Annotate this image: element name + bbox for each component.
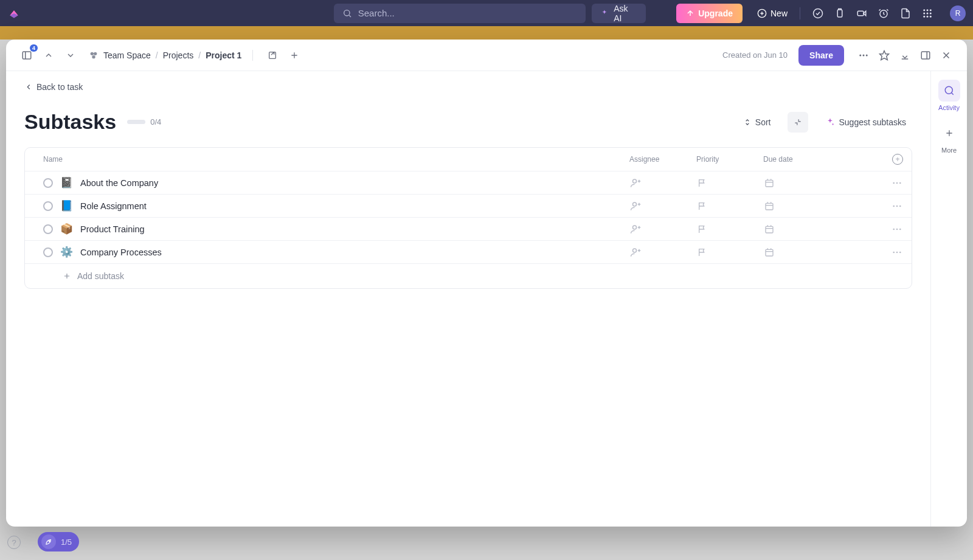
favorite-button[interactable] [876,47,893,64]
back-label: Back to task [36,82,83,92]
nav-next-button[interactable] [62,47,79,64]
task-emoji: 📦 [60,223,73,235]
minimize-button[interactable] [896,47,913,64]
priority-button[interactable] [696,246,708,258]
svg-point-74 [893,251,895,253]
col-assignee: Assignee [629,155,696,164]
modal-header: 4 Team Space / Projects / Project 1 Crea… [6,40,967,71]
due-date-button[interactable] [763,177,775,189]
col-name: Name [43,155,629,164]
svg-point-57 [633,226,637,229]
task-emoji: ⚙️ [60,246,73,258]
status-circle-icon[interactable] [43,201,53,211]
svg-point-75 [896,251,898,253]
subtasks-table: Name Assignee Priority Due date + 📓 Abou… [24,147,912,289]
table-row[interactable]: 📓 About the Company [25,171,912,194]
svg-point-23 [92,55,95,58]
assign-button[interactable] [629,223,642,235]
share-button[interactable]: Share [798,45,844,66]
svg-point-54 [893,205,895,207]
close-button[interactable] [938,47,955,64]
upgrade-icon [686,9,694,18]
svg-marker-31 [880,50,889,60]
add-column-button[interactable]: + [867,154,903,165]
user-avatar[interactable]: R [950,5,966,21]
doc-icon[interactable] [900,8,911,19]
svg-point-10 [923,9,925,11]
row-more-button[interactable] [891,223,903,235]
status-circle-icon[interactable] [43,247,53,257]
svg-rect-50 [766,203,773,210]
assign-button[interactable] [629,177,642,189]
rail-more-label: More [941,147,957,154]
table-row[interactable]: 📦 Product Training [25,217,912,240]
svg-point-30 [866,54,868,56]
new-window-button[interactable] [264,47,281,64]
rail-activity-button[interactable]: Activity [938,80,960,111]
crumb-projects[interactable]: Projects [163,50,194,60]
promo-banner [0,26,973,40]
expand-sidebar-button[interactable] [917,47,934,64]
due-date-button[interactable] [763,200,775,212]
suggest-subtasks-button[interactable]: Suggest subtasks [819,114,912,131]
status-circle-icon[interactable] [43,224,53,234]
svg-point-56 [899,205,901,207]
row-more-button[interactable] [891,246,903,258]
sparkle-icon [825,117,835,127]
table-row[interactable]: 📘 Role Assignment [25,194,912,217]
clipboard-icon[interactable] [834,8,845,19]
svg-rect-33 [921,52,930,59]
svg-point-11 [927,9,929,11]
priority-button[interactable] [696,200,708,212]
collapse-button[interactable] [788,112,808,133]
help-button[interactable]: ? [7,536,21,549]
svg-point-28 [859,54,861,56]
crumb-project-1[interactable]: Project 1 [206,50,241,60]
table-row[interactable]: ⚙️ Company Processes [25,240,912,263]
sort-button[interactable]: Sort [737,114,777,131]
assign-button[interactable] [629,246,642,258]
add-subtask-button[interactable]: Add subtask [25,263,912,288]
due-date-button[interactable] [763,246,775,258]
alarm-icon[interactable] [878,8,889,19]
progress-text: 0/4 [150,117,161,126]
onboarding-pill[interactable]: 1/5 [38,532,79,551]
priority-button[interactable] [696,223,708,235]
sidebar-toggle-button[interactable]: 4 [18,47,35,64]
svg-point-22 [94,52,97,55]
rail-more-button[interactable]: More [938,122,960,154]
task-modal: 4 Team Space / Projects / Project 1 Crea… [6,40,967,527]
crumb-team-space[interactable]: Team Space [103,50,151,60]
row-more-button[interactable] [891,177,903,189]
app-logo-icon[interactable] [7,7,21,20]
page-title: Subtasks [24,110,116,134]
add-button[interactable] [286,47,303,64]
svg-point-64 [893,228,895,230]
search-placeholder: Search... [358,8,395,18]
svg-point-66 [899,228,901,230]
svg-point-14 [927,12,929,14]
ask-ai-button[interactable]: Ask AI [592,4,646,23]
share-label: Share [809,50,833,60]
task-name: Product Training [80,224,145,234]
apps-grid-icon[interactable] [922,8,933,19]
rocket-icon [41,534,56,549]
video-icon[interactable] [856,8,867,19]
svg-point-55 [896,205,898,207]
avatar-initial: R [955,9,961,18]
task-emoji: 📓 [60,176,73,189]
status-circle-icon[interactable] [43,178,53,188]
more-menu-button[interactable] [855,47,872,64]
check-circle-icon[interactable] [812,8,823,19]
assign-button[interactable] [629,200,642,212]
row-more-button[interactable] [891,200,903,212]
svg-rect-70 [766,249,773,256]
upgrade-button[interactable]: Upgrade [676,4,743,23]
priority-button[interactable] [696,177,708,189]
due-date-button[interactable] [763,223,775,235]
nav-prev-button[interactable] [40,47,57,64]
back-to-task-link[interactable]: Back to task [24,82,912,92]
suggest-label: Suggest subtasks [839,117,906,127]
global-search[interactable]: Search... [334,4,586,23]
new-button[interactable]: New [757,4,788,23]
